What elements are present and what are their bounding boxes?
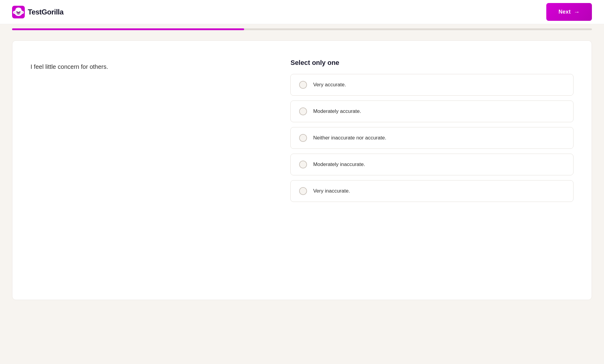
next-button-label: Next bbox=[558, 9, 570, 15]
logo-icon bbox=[12, 6, 25, 18]
svg-point-13 bbox=[21, 11, 23, 13]
question-right: Select only one Very accurate.Moderately… bbox=[290, 59, 573, 276]
question-left: I feel little concern for others. bbox=[31, 59, 266, 276]
option-item-3[interactable]: Neither inaccurate nor accurate. bbox=[290, 127, 573, 149]
option-label-1: Very accurate. bbox=[313, 82, 346, 88]
question-text: I feel little concern for others. bbox=[31, 62, 266, 72]
option-label-5: Very inaccurate. bbox=[313, 188, 350, 194]
svg-point-8 bbox=[18, 12, 18, 13]
logo-area: TestGorilla bbox=[12, 6, 63, 18]
select-label: Select only one bbox=[290, 59, 573, 67]
question-card: I feel little concern for others. Select… bbox=[12, 40, 592, 300]
svg-point-14 bbox=[15, 8, 21, 12]
next-arrow-icon: → bbox=[574, 8, 580, 15]
option-item-4[interactable]: Moderately inaccurate. bbox=[290, 154, 573, 175]
header: TestGorilla Next → bbox=[0, 0, 604, 24]
option-label-4: Moderately inaccurate. bbox=[313, 161, 365, 168]
progress-bar-background bbox=[12, 28, 592, 30]
next-button[interactable]: Next → bbox=[546, 3, 592, 21]
svg-point-11 bbox=[14, 11, 15, 13]
radio-circle-3 bbox=[299, 134, 307, 142]
progress-bar-fill bbox=[12, 28, 244, 30]
option-item-1[interactable]: Very accurate. bbox=[290, 74, 573, 96]
progress-area bbox=[0, 24, 604, 34]
radio-circle-5 bbox=[299, 187, 307, 195]
main-content: I feel little concern for others. Select… bbox=[0, 34, 604, 312]
radio-circle-4 bbox=[299, 161, 307, 168]
option-label-3: Neither inaccurate nor accurate. bbox=[313, 135, 386, 141]
logo-text: TestGorilla bbox=[28, 8, 63, 16]
option-label-2: Moderately accurate. bbox=[313, 108, 361, 114]
option-item-2[interactable]: Moderately accurate. bbox=[290, 101, 573, 122]
option-item-5[interactable]: Very inaccurate. bbox=[290, 180, 573, 202]
radio-circle-1 bbox=[299, 81, 307, 89]
radio-circle-2 bbox=[299, 107, 307, 115]
options-list: Very accurate.Moderately accurate.Neithe… bbox=[290, 74, 573, 202]
svg-point-9 bbox=[19, 12, 19, 13]
